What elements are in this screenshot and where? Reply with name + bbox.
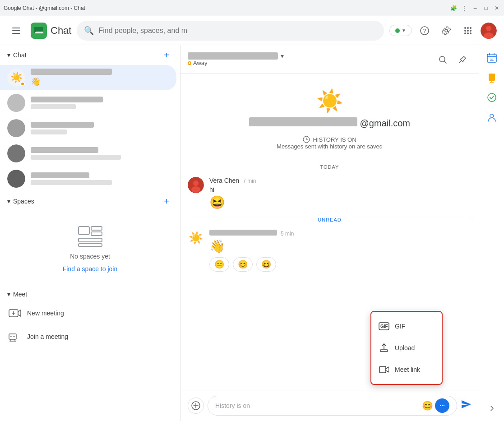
chat-item-2[interactable] [0,90,176,116]
message-1-time: 7 min [243,178,256,184]
new-meeting-icon [7,306,22,320]
svg-text:?: ? [423,28,426,34]
dropdown-icon[interactable]: ▾ [281,52,284,60]
join-meeting-item[interactable]: Join a meeting [0,325,180,348]
svg-point-23 [7,144,25,162]
search-input[interactable] [98,27,377,35]
add-attachment-button[interactable] [188,398,204,414]
chat-info-3 [31,122,169,134]
today-divider: TODAY [188,164,472,170]
apps-button[interactable] [459,22,477,40]
status-text: Away [193,60,208,66]
svg-point-63 [490,114,494,118]
unread-label: UNREAD [318,217,341,222]
message-1-emoji: 😆 [209,195,472,210]
contacts-icon[interactable] [483,108,501,126]
search-bar[interactable]: 🔍 [77,21,384,41]
status-button[interactable]: ▼ [389,25,412,36]
reaction-3[interactable]: 😆 [256,257,276,272]
chat-info-2 [31,97,169,109]
input-placeholder: History is on [215,402,422,409]
chat-item-1[interactable]: ☀️ 👋 [0,65,176,90]
status-indicator [395,28,400,33]
reaction-2[interactable]: 😊 [233,257,253,272]
hamburger-button[interactable] [7,22,25,40]
search-chat-button[interactable] [434,51,452,69]
chat-avatar-3 [7,119,25,137]
add-space-button[interactable]: + [160,195,173,208]
svg-rect-28 [79,238,102,242]
send-button[interactable] [461,399,472,412]
main-content: ▾ Chat + ☀️ 👋 [0,45,504,421]
svg-rect-59 [489,74,495,81]
away-indicator [188,61,191,65]
reaction-1[interactable]: 😑 [209,257,229,272]
settings-button[interactable] [437,22,455,40]
svg-point-15 [464,32,466,34]
chat-header: ▾ Away [180,45,479,74]
app-name: Chat [51,25,71,37]
join-meeting-label: Join a meeting [27,333,68,340]
message-input-box[interactable]: History is on 😊 ··· [208,396,457,416]
meet-section-header[interactable]: ▾ Meet [0,287,180,301]
extensions-icon[interactable]: 🧩 [450,5,457,12]
contact-email: @gmail.com [195,117,464,129]
titlebar-controls: 🧩 ⋮ – □ ✕ [450,5,500,12]
emoji-button[interactable]: 😊 [422,400,433,411]
chat-item-3[interactable] [0,116,176,141]
maximize-btn[interactable]: □ [482,5,490,12]
expand-button[interactable] [483,399,501,417]
profile-info: ☀️ @gmail.com HISTORY IS ON Messages sen… [188,81,472,157]
pin-button[interactable] [453,51,472,69]
chat-item-5[interactable] [0,166,176,191]
find-space-link[interactable]: Find a space to join [63,265,117,273]
chat-section-header[interactable]: ▾ Chat + [0,45,180,65]
message-1-content: Vera Chen 7 min hi 😆 [209,177,472,210]
message-1: Vera Chen 7 min hi 😆 [188,177,472,210]
chat-info-1: 👋 [31,69,169,87]
meet-link-option[interactable]: Meet link [371,359,442,380]
svg-point-17 [470,32,472,34]
sun-emoji: ☀️ [195,88,464,114]
spaces-section-header[interactable]: ▾ Spaces + [0,191,180,211]
join-meeting-icon [7,329,22,344]
menu-icon[interactable]: ⋮ [461,5,468,12]
unread-divider: UNREAD [188,217,472,222]
svg-point-44 [193,180,199,186]
svg-point-16 [467,32,469,34]
chat-item-4[interactable] [0,141,176,166]
keep-icon[interactable] [483,69,501,87]
attachment-popup-menu: GIF GIF Upload [370,311,443,385]
new-meeting-label: New meeting [27,310,64,317]
chat-info-5 [31,172,169,185]
svg-rect-1 [12,30,20,31]
spaces-section-label: ▾ Spaces [7,198,34,205]
chat-section-label: ▾ Chat [7,51,27,59]
more-options-button[interactable]: ··· [435,398,449,413]
svg-rect-25 [79,227,89,235]
chat-avatar-5 [7,170,25,188]
new-meeting-item[interactable]: New meeting [0,301,180,325]
history-sub: Messages sent with history on are saved [195,143,464,150]
upload-option[interactable]: Upload [371,337,442,359]
tasks-icon[interactable] [483,88,501,106]
calendar-icon[interactable]: 31 [483,49,501,67]
titlebar-title: Google Chat - @gmail.com - Chat [4,5,85,11]
chat-avatar-1: ☀️ [7,69,25,87]
unread-message: ☀️ 5 min 👋 😑 😊 😆 [188,230,472,272]
minimize-btn[interactable]: – [472,5,479,12]
message-1-meta: Vera Chen 7 min [209,177,472,184]
right-sidebar: 31 [479,45,504,421]
svg-text:31: 31 [490,58,494,62]
user-avatar[interactable] [481,23,497,39]
help-button[interactable]: ? [416,22,434,40]
gif-option[interactable]: GIF GIF [371,315,442,337]
chat-contact-name: ▾ [188,52,284,60]
chat-logo-icon [31,23,47,39]
close-btn[interactable]: ✕ [493,5,500,12]
unread-message-meta: 5 min [209,230,472,237]
svg-line-40 [444,61,447,63]
svg-point-11 [470,27,472,29]
gif-label: GIF [395,323,405,330]
add-chat-button[interactable]: + [160,49,173,61]
